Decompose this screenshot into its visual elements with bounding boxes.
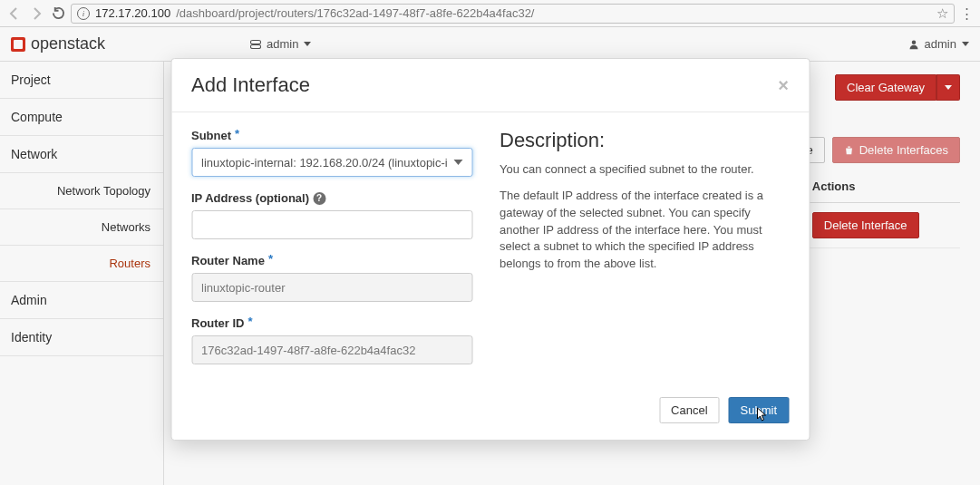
ip-label: IP Address (optional) ? [191,191,325,205]
subnet-select[interactable]: linuxtopic-internal: 192.168.20.0/24 (li… [191,148,472,177]
router-id-input [191,335,472,364]
router-name-group: Router Name * [191,254,472,302]
description-title: Description: [500,129,789,152]
cancel-button[interactable]: Cancel [659,397,719,423]
add-interface-modal: Add Interface × Subnet * linuxtopic-inte… [170,58,810,441]
modal-title: Add Interface [191,73,310,97]
router-id-label: Router ID * [191,316,253,330]
modal-footer: Cancel Submit [171,384,809,440]
modal-body: Subnet * linuxtopic-internal: 192.168.20… [171,112,809,384]
ip-group: IP Address (optional) ? [191,191,472,239]
required-star-icon: * [268,252,273,266]
required-star-icon: * [235,127,239,141]
description-paragraph: You can connect a specified subnet to th… [500,161,789,179]
close-icon[interactable]: × [778,75,789,96]
router-id-group: Router ID * [191,316,472,364]
chevron-down-icon [453,160,462,165]
submit-button[interactable]: Submit [729,397,789,423]
subnet-group: Subnet * linuxtopic-internal: 192.168.20… [191,129,472,177]
description-column: Description: You can connect a specified… [500,129,789,379]
ip-input[interactable] [191,210,472,239]
modal-header: Add Interface × [171,59,809,112]
help-icon[interactable]: ? [313,192,325,205]
router-name-input [191,273,472,302]
description-paragraph: The default IP address of the interface … [500,188,789,273]
form-column: Subnet * linuxtopic-internal: 192.168.20… [191,129,472,379]
subnet-label: Subnet * [191,129,239,142]
router-name-label: Router Name * [191,254,273,267]
required-star-icon: * [248,315,253,328]
subnet-selected-value: linuxtopic-internal: 192.168.20.0/24 (li… [201,156,448,170]
